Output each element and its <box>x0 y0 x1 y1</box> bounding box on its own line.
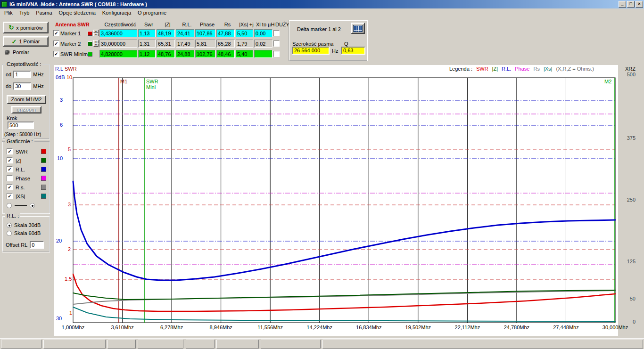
delta-calculator-button[interactable] <box>351 23 365 34</box>
graph-options-title: Graficznie : <box>5 138 34 144</box>
freq-to-input[interactable] <box>13 82 31 90</box>
right-axis-tick: 0 <box>621 319 636 325</box>
graph-option-checkbox[interactable]: ✓ <box>7 193 13 199</box>
duzy-checkbox[interactable] <box>273 51 280 57</box>
taskbar-button[interactable] <box>138 340 183 349</box>
check-icon: ✓ <box>12 39 17 45</box>
refresh-icon: ↻ <box>8 24 14 31</box>
graph-option-checkbox[interactable]: ✓ <box>7 157 13 163</box>
legend-item: |Xs| <box>544 66 553 72</box>
chart-area[interactable]: R.LSWR0dB103651032021.53011,000Mhz3,610M… <box>54 65 618 336</box>
multi-sweep-button[interactable]: ↻ x pomiarów <box>3 22 49 33</box>
delta-marker-title: Delta marker 1 al 2 <box>297 26 341 32</box>
freq-from-input[interactable] <box>13 71 31 78</box>
right-axis-tick: 500 <box>621 72 636 77</box>
line-style-radio-a[interactable] <box>7 203 12 208</box>
x-axis-label: 19,502Mhz <box>402 325 435 330</box>
taskbar-button[interactable] <box>261 340 321 349</box>
taskbar-button[interactable] <box>186 340 215 349</box>
marker-color-swatch <box>88 52 92 57</box>
column-header: Częstotliwość <box>101 22 139 27</box>
y-axis-label: 0dB <box>56 74 65 80</box>
marker-value-cell: 1,12 <box>138 50 156 58</box>
menu-item-o-programie[interactable]: O programie <box>134 9 170 16</box>
marker-enable-checkbox[interactable]: ✓ <box>53 41 59 47</box>
scale-30db-radio[interactable] <box>7 223 12 228</box>
close-button[interactable]: × <box>636 1 643 8</box>
menu-item-pasma[interactable]: Pasma <box>33 9 55 16</box>
marker-value-cell: 1,79 <box>236 40 253 48</box>
rl-scale-title: R.L. : <box>5 213 20 219</box>
graph-option-color <box>41 176 46 181</box>
marker-value-cell[interactable]: 3,436000 <box>99 29 137 37</box>
chart-canvas[interactable] <box>54 65 618 336</box>
graph-option-checkbox[interactable] <box>7 175 13 181</box>
right-axis-title: XRZ <box>621 66 636 72</box>
marker-value-cell: 102,76 <box>195 50 215 58</box>
marker-value-cell <box>254 50 272 58</box>
graph-option: ✓R.s. <box>3 183 49 192</box>
taskbar-button[interactable] <box>1 340 41 349</box>
window-title: IG miniVNA -Mode : Antenna SWR ( COM18 :… <box>9 1 619 7</box>
single-sweep-button[interactable]: ✓ 1 Pomiar <box>3 36 49 47</box>
taskbar-button[interactable] <box>322 340 643 349</box>
minimize-button[interactable]: _ <box>619 1 626 8</box>
column-header: Rs <box>218 22 237 27</box>
legend-item: SWR <box>476 66 488 72</box>
taskbar-button[interactable] <box>43 340 106 349</box>
unzoom-button[interactable]: unZoom <box>11 106 41 114</box>
sweep-indicator[interactable]: Pomiar <box>4 49 29 55</box>
y-axis-label: 20 <box>56 238 62 243</box>
maximize-button[interactable]: □ <box>627 1 635 8</box>
graph-option-checkbox[interactable]: ✓ <box>7 148 13 154</box>
offset-rl-input[interactable] <box>30 241 44 249</box>
marker-enable-checkbox[interactable]: ✓ <box>53 30 59 36</box>
graph-option: ✓SWR <box>3 147 49 156</box>
graph-option-checkbox[interactable]: ✓ <box>7 166 13 172</box>
bandwidth-label: Szerokość pasma <box>292 41 333 47</box>
scale-60db-radio[interactable] <box>7 231 12 236</box>
freq-from-unit: MHz <box>33 72 44 77</box>
x-axis-label: 24,780Mhz <box>500 325 533 330</box>
spinner-up-icon[interactable]: ▲ <box>93 30 99 33</box>
menu-item-plik[interactable]: Plik <box>1 9 16 16</box>
spinner-down-icon[interactable]: ▼ <box>93 33 99 36</box>
graph-option-label: SWR <box>16 149 41 154</box>
step-hint: (Step : 58000 Hz) <box>4 132 41 137</box>
scale-60db-label: Skala 60dB <box>14 230 41 236</box>
marker-flag: M1 <box>120 79 127 84</box>
taskbar-button[interactable] <box>216 340 259 349</box>
spinner-up-icon[interactable]: ▲ <box>93 40 99 43</box>
step-input[interactable] <box>8 122 34 129</box>
graph-option-color <box>41 167 46 172</box>
y-axis-label: 2 <box>68 246 71 252</box>
marker-enable-checkbox[interactable]: ✓ <box>53 51 59 57</box>
marker-value-cell[interactable]: 30,000000 <box>99 40 137 48</box>
marker-value-cell: 48,46 <box>216 50 235 58</box>
duzy-checkbox[interactable] <box>273 41 280 47</box>
graph-option: ✓R.L. <box>3 165 49 174</box>
marker-value-cell: 65,28 <box>216 40 235 48</box>
graph-option-color <box>41 185 46 190</box>
scale-30db-label: Skala 30dB <box>14 222 41 228</box>
menu-item-opcje-śledzenia[interactable]: Opcje śledzenia <box>56 9 99 16</box>
menu-item-konfiguracja[interactable]: Konfiguracja <box>99 9 134 16</box>
marker-value-cell[interactable]: 4,828000 <box>99 50 137 58</box>
legend-item: R.L. <box>502 66 511 72</box>
taskbar-button[interactable] <box>107 340 136 349</box>
marker-label: Marker 2 <box>60 41 88 47</box>
graph-option-checkbox[interactable]: ✓ <box>7 184 13 190</box>
spinner-down-icon[interactable]: ▼ <box>93 43 99 47</box>
x-axis-label: 1,000Mhz <box>57 325 90 330</box>
zoom-m1-m2-button[interactable]: Zoom M1/M2 <box>7 95 46 104</box>
freq-to-label: do <box>6 83 11 89</box>
line-style-radio-b[interactable] <box>30 203 35 208</box>
duzy-checkbox[interactable] <box>273 30 280 36</box>
marker-flag: Mini <box>146 84 156 90</box>
legend-item: Phase <box>515 66 529 72</box>
line-style-row <box>7 203 35 208</box>
x-axis-label: 14,224Mhz <box>303 325 336 330</box>
x-axis-label: 11,556Mhz <box>254 325 287 330</box>
bandwidth-unit: Hz <box>332 48 338 54</box>
menu-item-tryb[interactable]: Tryb <box>16 9 33 16</box>
